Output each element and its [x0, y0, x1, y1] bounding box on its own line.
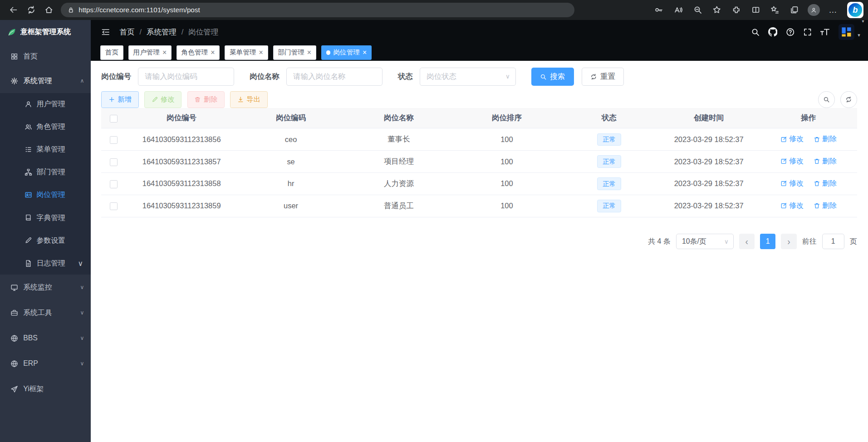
delete-button[interactable]: 删除	[187, 91, 225, 108]
reset-refresh-icon	[590, 74, 597, 80]
tab-posts[interactable]: 岗位管理 ×	[321, 45, 372, 60]
row-edit-link[interactable]: 修改	[780, 134, 804, 144]
sidebar-item-dict-mgmt[interactable]: 字典管理	[0, 206, 91, 229]
browser-home-button[interactable]	[40, 2, 58, 18]
search-button[interactable]: 搜索	[531, 68, 574, 86]
post-name-input[interactable]	[286, 68, 383, 86]
row-delete-link[interactable]: 删除	[814, 179, 837, 188]
row-edit-link[interactable]: 修改	[780, 157, 804, 166]
split-screen-button[interactable]	[748, 3, 763, 17]
refresh-icon	[27, 5, 36, 15]
breadcrumb-home[interactable]: 首页	[120, 27, 135, 37]
sidebar-item-param-settings[interactable]: 参数设置	[0, 229, 91, 252]
sidebar-item-yi-framework[interactable]: Yi框架	[0, 376, 91, 402]
row-delete-label: 删除	[822, 157, 837, 166]
tab-roles[interactable]: 角色管理 ×	[177, 45, 220, 60]
read-aloud-button[interactable]	[671, 3, 686, 17]
sidebar-item-bbs[interactable]: BBS ∨	[0, 325, 91, 351]
password-button[interactable]	[651, 3, 667, 17]
export-button[interactable]: 导出	[230, 91, 267, 108]
row-delete-link[interactable]: 删除	[814, 201, 837, 211]
refresh-button[interactable]	[22, 2, 40, 18]
github-button[interactable]	[768, 27, 778, 37]
row-checkbox[interactable]	[110, 202, 118, 210]
sidebar-item-role-mgmt[interactable]: 角色管理	[0, 116, 91, 138]
prev-page-button[interactable]: ‹	[739, 234, 755, 249]
zoom-button[interactable]	[690, 3, 705, 17]
edit-button[interactable]: 修改	[144, 91, 181, 108]
favorites-bar-button[interactable]	[767, 3, 783, 17]
fullscreen-button[interactable]	[803, 28, 812, 37]
extensions-button[interactable]	[729, 3, 744, 17]
next-page-button[interactable]: ›	[781, 234, 796, 249]
row-checkbox[interactable]	[110, 158, 118, 166]
column-header-post-sort: 岗位排序	[453, 108, 561, 128]
page-content: 岗位编号 岗位名称 状态 岗位状态 ∨	[91, 61, 868, 442]
tab-close-icon[interactable]: ×	[363, 49, 367, 56]
tab-users[interactable]: 用户管理 ×	[128, 45, 172, 60]
sidebar-item-system-mgmt[interactable]: 系统管理 ∧	[0, 69, 91, 93]
browser-menu-button[interactable]: …	[825, 3, 841, 17]
bing-sidebar-button[interactable]: b ▾	[847, 2, 864, 19]
tab-close-icon[interactable]: ×	[211, 49, 215, 56]
refresh-table-button[interactable]	[840, 91, 857, 108]
cell-post-sort: 100	[453, 195, 561, 217]
add-button[interactable]: 新增	[101, 91, 138, 108]
help-button[interactable]	[786, 28, 795, 37]
sidebar-item-log-mgmt[interactable]: 日志管理 ∨	[0, 252, 91, 275]
back-button[interactable]	[5, 2, 22, 18]
page-number-button[interactable]: 1	[760, 234, 775, 249]
filter-status-label: 状态	[398, 72, 413, 82]
column-header-status: 状态	[561, 108, 658, 128]
reset-button[interactable]: 重置	[582, 68, 624, 86]
sidebar-item-system-tools[interactable]: 系统工具 ∨	[0, 300, 91, 325]
favorite-star-icon	[712, 5, 721, 15]
tab-menus[interactable]: 菜单管理 ×	[225, 45, 268, 60]
search-icon	[751, 28, 760, 37]
column-header-post-id: 岗位编号	[126, 108, 237, 128]
status-select[interactable]: 岗位状态 ∨	[420, 68, 516, 86]
sidebar-item-user-mgmt[interactable]: 用户管理	[0, 93, 91, 116]
tab-close-icon[interactable]: ×	[162, 49, 167, 56]
breadcrumb-section[interactable]: 系统管理	[147, 27, 177, 37]
sidebar-item-home[interactable]: 首页	[0, 44, 91, 69]
sidebar-item-post-mgmt[interactable]: 岗位管理	[0, 184, 91, 206]
user-menu-caret-icon[interactable]: ▾	[858, 32, 860, 38]
sidebar-item-system-monitor[interactable]: 系统监控 ∨	[0, 275, 91, 300]
cell-created: 2023-03-29 18:52:37	[657, 128, 760, 151]
row-checkbox[interactable]	[110, 180, 118, 188]
font-size-button[interactable]	[820, 28, 830, 37]
collections-button[interactable]	[787, 3, 802, 17]
plus-icon	[108, 96, 115, 103]
select-all-checkbox[interactable]	[110, 115, 118, 123]
sidebar-item-label: 菜单管理	[37, 145, 65, 154]
tab-close-icon[interactable]: ×	[259, 49, 263, 56]
sidebar-item-dept-mgmt[interactable]: 部门管理	[0, 161, 91, 184]
tab-depts[interactable]: 部门管理 ×	[273, 45, 316, 60]
favorite-button[interactable]	[709, 3, 725, 17]
favorites-hub-icon	[770, 5, 780, 15]
goto-page-input[interactable]	[822, 234, 844, 249]
cell-post-code: hr	[237, 173, 345, 195]
bing-caret-icon: ▾	[862, 19, 864, 24]
sidebar-item-menu-mgmt[interactable]: 菜单管理	[0, 138, 91, 161]
browser-profile-button[interactable]	[806, 3, 821, 17]
sidebar-toggle-button[interactable]	[98, 25, 113, 39]
goto-label: 前往	[802, 237, 817, 246]
header-search-button[interactable]	[751, 28, 760, 37]
row-edit-link[interactable]: 修改	[780, 179, 804, 188]
post-code-input[interactable]	[138, 68, 234, 86]
tab-home[interactable]: 首页	[100, 45, 123, 60]
user-avatar[interactable]	[839, 24, 854, 40]
row-delete-link[interactable]: 删除	[814, 134, 837, 144]
tab-close-icon[interactable]: ×	[307, 49, 311, 56]
row-edit-link[interactable]: 修改	[780, 201, 804, 211]
edit-icon	[780, 136, 787, 143]
show-search-toggle-button[interactable]	[818, 91, 835, 108]
row-delete-link[interactable]: 删除	[814, 157, 837, 166]
row-checkbox[interactable]	[110, 136, 118, 144]
address-bar[interactable]: https://ccnetcore.com:1101/system/post	[61, 3, 574, 17]
sidebar-item-erp[interactable]: ERP ∨	[0, 351, 91, 376]
paper-plane-icon	[10, 385, 18, 393]
page-size-select[interactable]: 10条/页 ∨	[676, 234, 734, 249]
